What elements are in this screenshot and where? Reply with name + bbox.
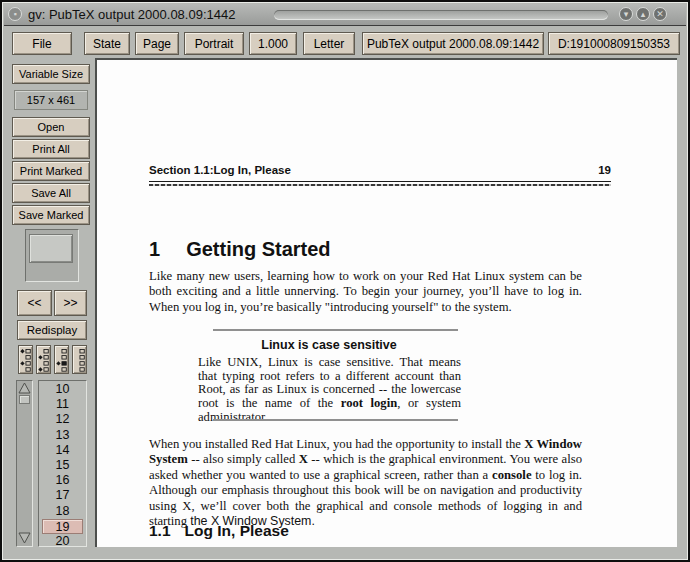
redisplay-button[interactable]: Redisplay [17, 320, 87, 340]
page-list-item[interactable]: 14 [42, 443, 83, 458]
note-rule-top [213, 329, 458, 331]
toolbar: File State Page Portrait 1.000 Letter Pu… [12, 32, 680, 55]
chapter-title: Getting Started [186, 238, 330, 261]
page-list-item[interactable]: 15 [42, 458, 83, 473]
page-locator-viewbox[interactable] [29, 234, 73, 263]
section-heading: 1.1 Log In, Please [149, 522, 289, 540]
file-button[interactable]: File [12, 32, 72, 55]
note-title: Linux is case sensitive [198, 338, 460, 352]
prev-page-button[interactable]: << [17, 290, 52, 316]
running-header: Section 1.1:Log In, Please 19 [149, 164, 611, 176]
document-viewport[interactable]: Section 1.1:Log In, Please 19 1 Getting … [95, 58, 677, 547]
titlebar[interactable]: ▪ gv: PubTeX output 2000.08.09:1442 ▾ ▴ … [4, 4, 686, 26]
scrollbar-thumb[interactable] [19, 395, 30, 404]
paragraph-2: When you installed Red Hat Linux, you ha… [149, 437, 582, 529]
running-header-page-number: 19 [598, 164, 611, 176]
scroll-up-icon[interactable] [18, 382, 31, 394]
maximize-icon[interactable]: ▴ [636, 7, 650, 21]
page-locator[interactable] [25, 229, 79, 282]
page-list-item[interactable]: 11 [42, 397, 83, 412]
page-list-item[interactable]: 18 [42, 504, 83, 519]
page-list-item[interactable]: 13 [42, 428, 83, 443]
page-button[interactable]: Page [135, 32, 179, 55]
orientation-button[interactable]: Portrait [184, 32, 244, 55]
section-number: 1.1 [149, 522, 171, 540]
page-list-item[interactable]: 10 [42, 382, 83, 397]
next-page-button[interactable]: >> [54, 290, 87, 316]
scroll-down-icon[interactable] [18, 532, 31, 544]
mark-odd-pages-icon[interactable] [18, 345, 33, 374]
chapter-number: 1 [149, 238, 160, 261]
titlebar-grip [274, 10, 608, 20]
minimize-icon[interactable]: ▾ [619, 7, 633, 21]
print-marked-button[interactable]: Print Marked [12, 161, 90, 181]
chapter-heading: 1 Getting Started [149, 238, 331, 261]
document-page: Section 1.1:Log In, Please 19 1 Getting … [97, 60, 677, 547]
page-list[interactable]: 1011121314151617181920 [38, 380, 87, 547]
gv-window: ▪ gv: PubTeX output 2000.08.09:1442 ▾ ▴ … [0, 0, 690, 562]
bbox-size-label: 157 x 461 [14, 90, 88, 110]
page-list-item[interactable]: 16 [42, 473, 83, 488]
header-rule-dashed [149, 184, 611, 186]
scale-button[interactable]: 1.000 [249, 32, 297, 55]
page-list-scrollbar[interactable] [16, 380, 33, 547]
unmark-all-pages-icon[interactable] [72, 345, 87, 374]
note-body: Like UNIX, Linux is case sensitive. That… [198, 356, 461, 425]
mark-current-page-icon[interactable] [54, 345, 69, 374]
open-button[interactable]: Open [12, 117, 90, 137]
header-rule [149, 181, 611, 182]
paragraph-1: Like many new users, learning how to wor… [149, 269, 582, 315]
close-icon[interactable]: ✕ [653, 7, 667, 21]
page-list-item[interactable]: 12 [42, 412, 83, 427]
print-all-button[interactable]: Print All [12, 139, 90, 159]
mark-even-pages-icon[interactable] [36, 345, 51, 374]
running-header-title: Section 1.1:Log In, Please [149, 164, 291, 176]
note-rule-bottom [213, 419, 458, 421]
page-list-item[interactable]: 17 [42, 488, 83, 503]
window-menu-icon[interactable]: ▪ [8, 7, 22, 21]
page-list-item[interactable]: 20 [42, 534, 83, 547]
window-title: gv: PubTeX output 2000.08.09:1442 [28, 7, 235, 22]
document-title-button[interactable]: PubTeX output 2000.08.09:1442 [362, 32, 544, 55]
page-list-item[interactable]: 19 [42, 519, 83, 534]
save-marked-button[interactable]: Save Marked [12, 205, 90, 225]
save-all-button[interactable]: Save All [12, 183, 90, 203]
state-button[interactable]: State [84, 32, 130, 55]
section-title: Log In, Please [185, 522, 289, 540]
date-code-button[interactable]: D:191000809150353 [548, 32, 680, 55]
variable-size-button[interactable]: Variable Size [12, 64, 90, 84]
media-button[interactable]: Letter [303, 32, 355, 55]
